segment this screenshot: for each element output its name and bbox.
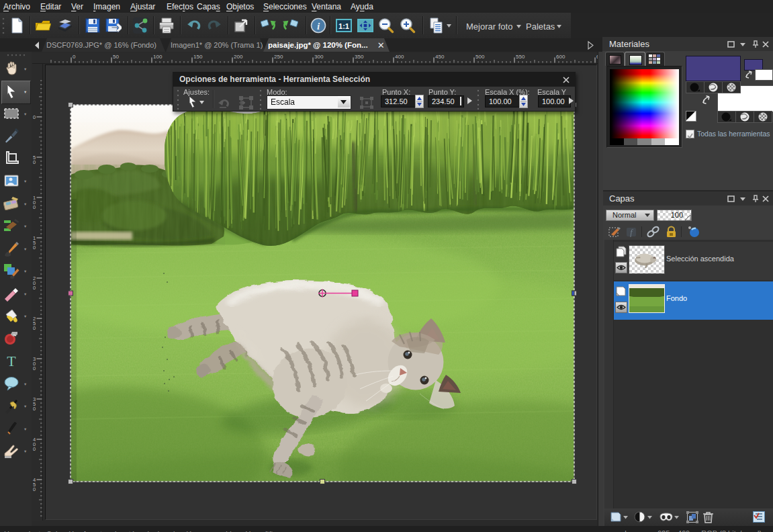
svg-text:550: 550 (516, 54, 525, 60)
svg-text:50: 50 (113, 54, 119, 60)
svg-text:0: 0 (33, 446, 36, 452)
svg-text:0: 0 (33, 325, 36, 331)
svg-text:0: 0 (33, 365, 36, 371)
svg-text:350: 350 (355, 54, 364, 60)
svg-text:450: 450 (435, 54, 445, 60)
svg-text:0: 0 (33, 406, 36, 412)
svg-text:300: 300 (314, 54, 324, 60)
svg-text:600: 600 (556, 54, 565, 60)
svg-text:1:1: 1:1 (338, 22, 349, 30)
svg-text:0: 0 (33, 245, 36, 251)
svg-text:150: 150 (193, 54, 203, 60)
svg-text:400: 400 (395, 54, 404, 60)
svg-text:200: 200 (234, 54, 243, 60)
svg-text:0: 0 (33, 114, 36, 120)
svg-text:0: 0 (73, 54, 76, 60)
svg-text:0: 0 (33, 204, 36, 210)
svg-text:0: 0 (33, 486, 36, 492)
svg-text:T: T (7, 353, 16, 369)
svg-text:0: 0 (33, 159, 36, 165)
svg-text:0: 0 (33, 285, 36, 291)
svg-text:500: 500 (475, 54, 485, 60)
svg-text:250: 250 (274, 54, 283, 60)
svg-text:100: 100 (153, 54, 163, 60)
